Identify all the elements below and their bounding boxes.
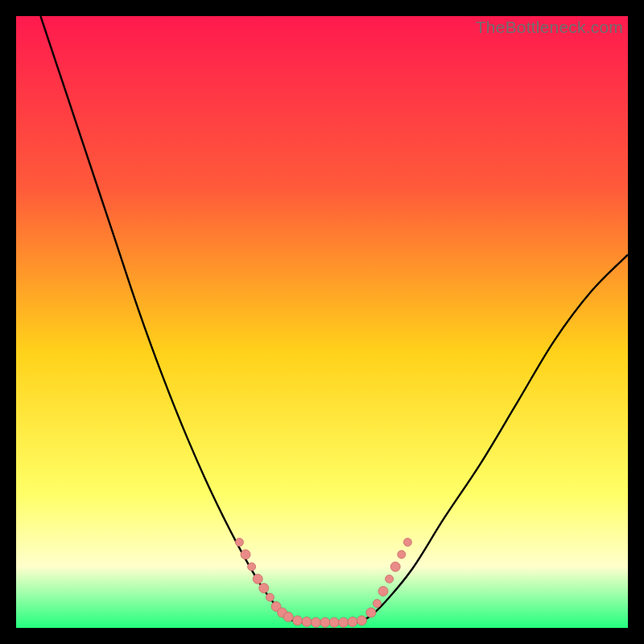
plot-area: TheBottleneck.com — [16, 16, 628, 628]
data-dot — [357, 616, 366, 625]
data-dot — [302, 617, 312, 626]
data-dot — [373, 600, 381, 608]
data-dot — [386, 575, 394, 583]
data-dot — [366, 608, 376, 617]
bottleneck-curve — [16, 16, 628, 628]
data-dot — [241, 550, 250, 559]
data-dots — [235, 539, 411, 628]
data-dot — [403, 539, 411, 547]
data-dot — [253, 574, 262, 584]
curve-line — [40, 16, 628, 623]
data-dot — [378, 586, 388, 596]
data-dot — [311, 617, 320, 627]
data-dot — [266, 593, 274, 601]
data-dot — [398, 551, 406, 559]
data-dot — [283, 612, 293, 621]
data-dot — [248, 563, 256, 571]
data-dot — [293, 616, 303, 625]
data-dot — [348, 617, 357, 626]
data-dot — [235, 539, 243, 547]
data-dot — [329, 617, 339, 627]
data-dot — [339, 617, 349, 627]
data-dot — [320, 617, 330, 627]
watermark-text: TheBottleneck.com — [476, 18, 623, 37]
data-dot — [259, 584, 269, 593]
chart-frame: TheBottleneck.com — [16, 16, 628, 628]
data-dot — [390, 562, 400, 572]
